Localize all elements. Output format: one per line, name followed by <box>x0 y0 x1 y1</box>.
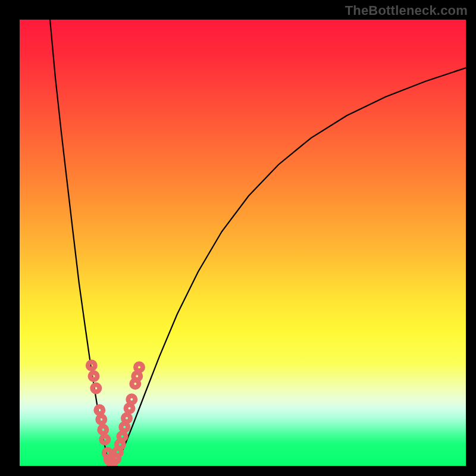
highlight-dot <box>128 396 135 403</box>
highlight-dot <box>133 372 140 380</box>
curve-layer <box>20 20 466 466</box>
highlight-dot <box>88 362 95 369</box>
left-branch-curve <box>50 20 109 464</box>
highlight-dot <box>98 416 105 423</box>
highlight-dot <box>123 415 130 422</box>
highlight-dot <box>99 426 107 433</box>
highlight-dots <box>88 362 143 466</box>
highlight-dot <box>126 405 133 412</box>
right-branch-curve <box>114 68 466 464</box>
plot-area <box>20 20 466 466</box>
highlight-dot <box>121 424 128 431</box>
highlight-dot <box>119 433 126 440</box>
watermark-text: TheBottleneck.com <box>345 3 468 18</box>
highlight-dot <box>96 406 103 414</box>
highlight-dot <box>90 372 98 380</box>
highlight-dot <box>92 385 99 392</box>
chart-frame: TheBottleneck.com <box>0 0 476 476</box>
highlight-dot <box>101 436 108 443</box>
highlight-dot <box>136 364 143 371</box>
